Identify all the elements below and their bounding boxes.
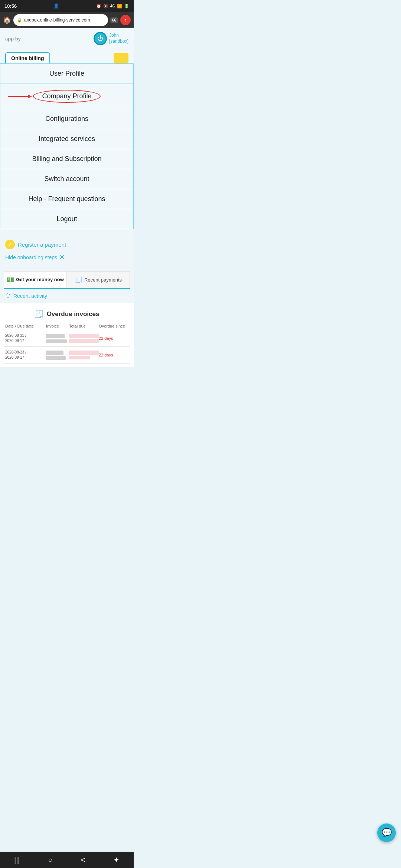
menu-item-switch-account[interactable]: Switch account bbox=[0, 169, 133, 189]
tab-count[interactable]: 66 bbox=[110, 17, 118, 23]
url-text: andbox.online-billing-service.com bbox=[24, 17, 90, 23]
status-person-icon: 👤 bbox=[53, 3, 59, 9]
total-cell-1 bbox=[69, 334, 99, 343]
onboarding-section: ✓ Register a payment Hide onboarding ste… bbox=[0, 234, 134, 267]
col-overdue: Overdue since bbox=[99, 324, 128, 328]
4g-icon: 4G bbox=[110, 4, 115, 8]
overdue-since-cell-1: 22 days bbox=[99, 336, 128, 341]
dropdown-menu: User Profile Company Profile Configurati… bbox=[0, 63, 134, 229]
date-cell-1: 2020-08-31 /2020-09-17 bbox=[5, 333, 46, 343]
col-total: Total due bbox=[69, 324, 99, 328]
hide-onboarding-row[interactable]: Hide onboarding steps ✕ bbox=[5, 251, 128, 264]
money-icon: 💵 bbox=[7, 276, 14, 283]
menu-item-configurations[interactable]: Configurations bbox=[0, 109, 133, 129]
overdue-since-cell-2: 22 days bbox=[99, 353, 128, 357]
total-cell-2 bbox=[69, 351, 99, 359]
app-header: app by ⏻ John [sandbox] bbox=[0, 28, 134, 49]
tab-get-money-label: Get your money now bbox=[16, 277, 64, 282]
app-title-bar: Online billing bbox=[0, 49, 134, 63]
menu-item-help[interactable]: Help - Frequent questions bbox=[0, 189, 133, 209]
status-icons: ⏰ 🔇 4G 📶 🔋 bbox=[96, 4, 129, 9]
signal-icon: 📶 bbox=[117, 4, 122, 9]
table-row[interactable]: 2020-08-23 /2020-09-17 22 days bbox=[4, 347, 130, 364]
home-icon[interactable]: 🏠 bbox=[3, 16, 11, 24]
arrow-annotation bbox=[8, 93, 34, 100]
status-bar: 10:56 👤 ⏰ 🔇 4G 📶 🔋 bbox=[0, 0, 134, 12]
logo-text: app by bbox=[5, 36, 21, 42]
close-icon[interactable]: ✕ bbox=[59, 254, 64, 261]
user-power-button[interactable]: ⏻ bbox=[94, 32, 107, 45]
tab-recent-payments-label: Recent payments bbox=[84, 277, 122, 283]
company-profile-label: Company Profile bbox=[33, 90, 100, 103]
menu-item-company-profile[interactable]: Company Profile bbox=[0, 84, 133, 109]
battery-icon: 🔋 bbox=[124, 4, 129, 9]
invoice-cell-2 bbox=[46, 351, 69, 360]
overdue-icon: 🧾 bbox=[35, 310, 44, 319]
url-box[interactable]: 🔒 andbox.online-billing-service.com bbox=[13, 14, 108, 26]
overdue-invoices-title: 🧾 Overdue invoices bbox=[4, 307, 130, 322]
main-content: ✓ Register a payment Hide onboarding ste… bbox=[0, 229, 134, 367]
alarm-icon: ⏰ bbox=[96, 4, 101, 9]
col-invoice: Invoice bbox=[46, 324, 69, 328]
upload-button[interactable]: ↑ bbox=[120, 15, 131, 25]
recent-activity-row[interactable]: ⏱ Recent activity bbox=[0, 289, 134, 303]
col-date: Date / Due date bbox=[5, 324, 46, 328]
svg-marker-1 bbox=[28, 95, 32, 98]
register-payment-label: Register a payment bbox=[18, 241, 66, 248]
user-name: John [sandbox] bbox=[109, 33, 128, 44]
mute-icon: 🔇 bbox=[103, 4, 108, 9]
app-title-tab[interactable]: Online billing bbox=[5, 52, 50, 63]
table-row[interactable]: 2020-08-31 /2020-09-17 22 days bbox=[4, 330, 130, 347]
payments-icon: 🧾 bbox=[75, 276, 82, 283]
menu-item-logout[interactable]: Logout bbox=[0, 209, 133, 229]
tabs-row: 💵 Get your money now 🧾 Recent payments bbox=[4, 271, 130, 289]
arrow-svg bbox=[8, 93, 34, 100]
yellow-check-icon: ✓ bbox=[5, 240, 15, 249]
yellow-button[interactable] bbox=[114, 53, 128, 63]
menu-item-billing-subscription[interactable]: Billing and Subscription bbox=[0, 149, 133, 169]
app-logo: app by bbox=[5, 36, 21, 42]
hide-onboarding-label: Hide onboarding steps bbox=[5, 254, 57, 260]
tab-recent-payments[interactable]: 🧾 Recent payments bbox=[67, 271, 130, 288]
user-section: ⏻ John [sandbox] bbox=[94, 32, 128, 45]
recent-activity-label: Recent activity bbox=[13, 293, 47, 299]
browser-bar: 🏠 🔒 andbox.online-billing-service.com 66… bbox=[0, 12, 134, 28]
lock-icon: 🔒 bbox=[17, 18, 22, 23]
tab-get-money[interactable]: 💵 Get your money now bbox=[4, 271, 67, 288]
table-header: Date / Due date Invoice Total due Overdu… bbox=[4, 322, 130, 330]
overdue-invoices-section: 🧾 Overdue invoices Date / Due date Invoi… bbox=[0, 303, 134, 367]
overdue-title-label: Overdue invoices bbox=[47, 310, 100, 318]
status-time: 10:56 bbox=[4, 3, 17, 9]
clock-icon: ⏱ bbox=[5, 293, 11, 299]
menu-item-integrated-services[interactable]: Integrated services bbox=[0, 129, 133, 149]
date-cell-2: 2020-08-23 /2020-09-17 bbox=[5, 350, 46, 360]
menu-item-user-profile[interactable]: User Profile bbox=[0, 64, 133, 84]
register-payment-row[interactable]: ✓ Register a payment bbox=[5, 237, 128, 251]
invoice-cell-1 bbox=[46, 334, 69, 343]
